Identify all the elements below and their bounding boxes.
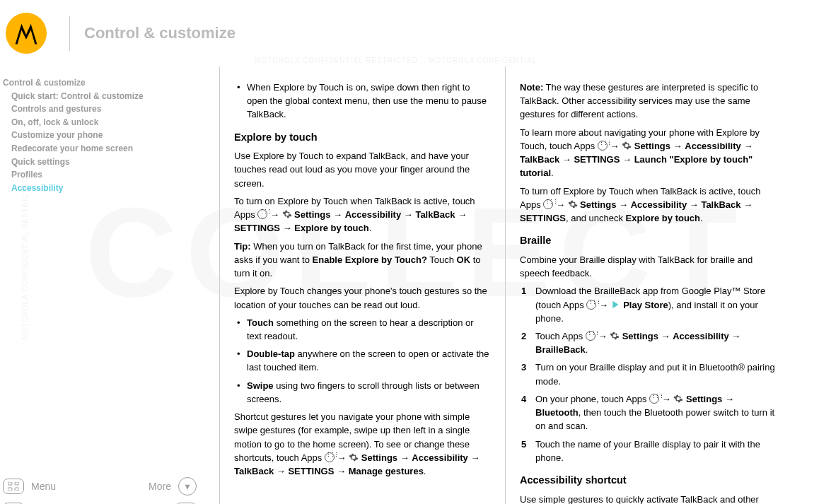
menu-icon (3, 479, 24, 494)
gear-icon (622, 141, 632, 151)
apps-icon (598, 141, 608, 151)
play-store-icon (611, 300, 621, 310)
down-icon: ▾ (178, 477, 197, 496)
body-text: To turn off Explore by Touch when TalkBa… (520, 184, 777, 225)
svg-rect-2 (8, 488, 12, 491)
page-title: Control & customize (84, 24, 236, 42)
more-button[interactable]: More ▾ (149, 477, 197, 496)
tip-text: Tip: When you turn on TalkBack for the f… (234, 240, 491, 281)
content-column-1: When Explore by Touch is on, swipe down … (219, 66, 505, 504)
gear-icon (349, 452, 359, 462)
list-item: Turn on your Braille display and put it … (520, 361, 777, 387)
header: Control & customize (0, 0, 831, 66)
list-item: Touch Apps → Settings → Accessibility → … (520, 329, 777, 356)
toc-section[interactable]: Control & customize (3, 76, 209, 90)
content-column-2: Note: The way these gestures are interpr… (505, 66, 791, 504)
body-text: Use Explore by Touch to expand TalkBack,… (234, 149, 491, 190)
list-item: Double-tap anywhere on the screen to ope… (234, 347, 491, 374)
list-item: Touch the name of your Braille display t… (520, 438, 777, 464)
list-item: Touch something on the screen to hear a … (234, 316, 491, 343)
list-item: Swipe using two fingers to scroll throug… (234, 379, 491, 406)
list-item: On your phone, touch Apps → Settings → B… (520, 392, 777, 433)
toc-item[interactable]: Quick settings (3, 156, 209, 169)
menu-label: Menu (31, 481, 56, 492)
toc-item-active[interactable]: Accessibility (3, 182, 209, 195)
nav-block: Menu More ▾ << Back Next >> (3, 470, 209, 504)
heading-accessibility-shortcut: Accessibility shortcut (520, 473, 777, 488)
body-text: To learn more about navigating your phon… (520, 126, 777, 180)
toc-item[interactable]: Profiles (3, 168, 209, 182)
menu-button[interactable]: Menu (3, 479, 56, 494)
note-text: Note: The way these gestures are interpr… (520, 81, 777, 122)
gear-icon (282, 209, 292, 219)
body-text: Shortcut gestures let you navigate your … (234, 410, 491, 478)
toc-item[interactable]: Quick start: Control & customize (3, 90, 209, 103)
gear-icon (610, 331, 620, 341)
svg-rect-3 (15, 488, 19, 491)
heading-braille: Braille (520, 233, 777, 248)
list-item: When Explore by Touch is on, swipe down … (234, 81, 491, 122)
apps-icon (586, 331, 595, 341)
header-divider (69, 16, 70, 51)
apps-icon (325, 452, 335, 462)
apps-icon (543, 199, 553, 209)
sidebar: Control & customize Quick start: Control… (0, 66, 219, 504)
toc-item[interactable]: Redecorate your home screen (3, 142, 209, 156)
toc-item[interactable]: Customize your phone (3, 129, 209, 142)
apps-icon (586, 300, 596, 310)
gear-icon (568, 199, 578, 209)
motorola-logo (6, 13, 47, 54)
more-label: More (149, 481, 171, 492)
toc-item[interactable]: Controls and gestures (3, 102, 209, 116)
apps-icon (649, 394, 659, 404)
body-text: Explore by Touch changes your phone's to… (234, 284, 491, 311)
svg-rect-0 (8, 482, 12, 485)
heading-explore: Explore by touch (234, 130, 491, 145)
toc-item[interactable]: On, off, lock & unlock (3, 116, 209, 129)
body-text: To turn on Explore by Touch when TalkBac… (234, 194, 491, 235)
list-item: Download the BrailleBack app from Google… (520, 284, 777, 325)
body-text: Combine your Braille display with TalkBa… (520, 253, 777, 280)
svg-rect-1 (15, 482, 19, 485)
apps-icon (257, 209, 267, 219)
body-text: Use simple gestures to quickly activate … (520, 493, 777, 504)
toc: Control & customize Quick start: Control… (3, 76, 209, 194)
gear-icon (673, 394, 683, 404)
